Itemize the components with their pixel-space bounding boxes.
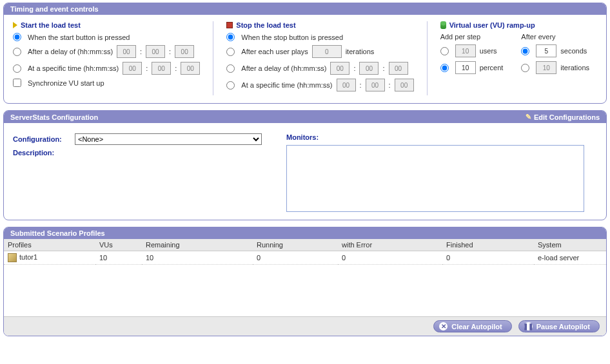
serverstats-panel-title: ServerStats Configuration	[10, 113, 98, 121]
cell-remaining: 10	[142, 251, 253, 265]
timing-panel-header: Timing and event controls	[4, 3, 606, 15]
profiles-panel-header: Submitted Scenario Profiles	[4, 227, 606, 239]
col-profiles: Profiles	[4, 239, 95, 251]
stop-opt-time-radio[interactable]	[226, 81, 235, 90]
start-time-h[interactable]	[123, 62, 142, 75]
ramp-users-value[interactable]	[455, 44, 476, 57]
pause-icon: ❚❚	[524, 322, 533, 330]
profiles-panel: Submitted Scenario Profiles Profiles VUs…	[3, 227, 607, 336]
ramp-percent-unit: percent	[480, 64, 504, 72]
stop-iter-suffix: iterations	[346, 48, 375, 55]
start-opt-delay-radio[interactable]	[13, 48, 21, 56]
stop-iter-value[interactable]	[312, 45, 342, 58]
timing-panel-title: Timing and event controls	[10, 5, 99, 13]
clear-icon: ✕	[439, 322, 448, 330]
start-opt-delay-label: After a delay of (hh:mm:ss)	[28, 48, 113, 55]
profile-icon	[8, 253, 17, 262]
config-label: Configuration:	[13, 135, 71, 143]
cell-vus: 10	[95, 251, 142, 265]
monitors-box[interactable]	[286, 145, 584, 212]
monitors-label: Monitors:	[286, 133, 319, 141]
start-sync-checkbox[interactable]	[13, 79, 21, 87]
stop-time-m[interactable]	[366, 79, 385, 91]
ramp-after-label: After every	[521, 33, 589, 41]
col-vus: VUs	[95, 239, 142, 251]
cell-error: 0	[338, 251, 442, 265]
ramp-iter-unit: iterations	[560, 64, 589, 72]
ramp-seconds-radio[interactable]	[521, 47, 529, 55]
cell-finished: 0	[442, 251, 534, 265]
play-icon	[13, 22, 17, 28]
ramp-add-label: Add per step	[440, 33, 504, 41]
stop-opt-press-label: When the stop button is pressed	[241, 34, 343, 41]
stop-delay-s[interactable]	[389, 62, 408, 75]
stop-time-h[interactable]	[337, 79, 356, 91]
col-finished: Finished	[442, 239, 534, 251]
start-title: Start the load test	[21, 21, 81, 29]
pause-autopilot-label: Pause Autopilot	[536, 323, 590, 330]
ramp-section: Virtual user (VU) ramp-up Add per step u…	[427, 21, 602, 95]
stop-delay-m[interactable]	[359, 62, 379, 75]
start-delay-s[interactable]	[175, 45, 194, 58]
stop-opt-time-label: At a specific time (hh:mm:ss)	[241, 81, 332, 89]
stop-time-s[interactable]	[395, 79, 414, 91]
start-opt-time-label: At a specific time (hh:mm:ss)	[28, 64, 119, 72]
stop-opt-delay-radio[interactable]	[226, 64, 235, 73]
start-opt-time-radio[interactable]	[13, 64, 21, 73]
col-remaining: Remaining	[142, 239, 253, 251]
col-running: Running	[253, 239, 338, 251]
stop-delay-h[interactable]	[330, 62, 349, 75]
stop-opt-delay-label: After a delay of (hh:mm:ss)	[241, 64, 326, 72]
stop-opt-iter-label: After each user plays	[241, 48, 308, 55]
stop-title: Stop the load test	[236, 21, 295, 29]
stop-opt-press-radio[interactable]	[226, 33, 235, 41]
ramp-seconds-value[interactable]	[536, 44, 556, 57]
cell-running: 0	[253, 251, 338, 265]
start-section: Start the load test When the start butto…	[13, 21, 213, 95]
stop-section: Stop the load test When the stop button …	[213, 21, 426, 95]
pencil-icon: ✎	[526, 113, 531, 121]
configuration-select[interactable]: <None>	[75, 133, 262, 145]
start-sync-label: Synchronize VU start up	[28, 79, 104, 87]
ramp-title: Virtual user (VU) ramp-up	[449, 21, 535, 29]
ramp-users-unit: users	[480, 47, 497, 55]
edit-configurations-link[interactable]: ✎ Edit Configurations	[526, 113, 600, 121]
col-system: System	[534, 239, 606, 251]
start-opt-press-label: When the start button is pressed	[28, 34, 130, 41]
edit-configurations-label: Edit Configurations	[534, 113, 600, 121]
desc-label: Description:	[13, 149, 71, 157]
table-row[interactable]: tutor1 10 10 0 0 0 e-load server	[4, 251, 606, 265]
profiles-panel-title: Submitted Scenario Profiles	[10, 229, 105, 237]
start-delay-h[interactable]	[117, 45, 136, 58]
serverstats-panel-header: ServerStats Configuration ✎ Edit Configu…	[4, 111, 606, 123]
profiles-footer: ✕ Clear Autopilot ❚❚ Pause Autopilot	[4, 316, 606, 336]
pause-autopilot-button[interactable]: ❚❚ Pause Autopilot	[518, 320, 600, 332]
serverstats-panel: ServerStats Configuration ✎ Edit Configu…	[3, 110, 607, 220]
cell-name: tutor1	[19, 253, 37, 261]
ramp-percent-radio[interactable]	[440, 64, 449, 72]
stop-icon	[226, 22, 233, 28]
clear-autopilot-label: Clear Autopilot	[451, 323, 502, 330]
vu-icon	[440, 21, 446, 29]
stop-opt-iter-radio[interactable]	[226, 48, 235, 56]
profiles-header-row: Profiles VUs Remaining Running with Erro…	[4, 239, 606, 251]
cell-system: e-load server	[534, 251, 606, 265]
start-time-m[interactable]	[152, 62, 171, 75]
ramp-iter-radio[interactable]	[521, 64, 529, 72]
profiles-table: Profiles VUs Remaining Running with Erro…	[4, 239, 606, 265]
ramp-users-radio[interactable]	[440, 47, 449, 55]
ramp-iter-value[interactable]	[536, 61, 556, 74]
col-error: with Error	[338, 239, 442, 251]
ramp-seconds-unit: seconds	[560, 47, 587, 55]
start-delay-m[interactable]	[146, 45, 165, 58]
start-time-s[interactable]	[181, 62, 200, 75]
timing-panel: Timing and event controls Start the load…	[3, 3, 607, 104]
start-opt-press-radio[interactable]	[13, 33, 21, 41]
clear-autopilot-button[interactable]: ✕ Clear Autopilot	[433, 320, 511, 332]
ramp-percent-value[interactable]	[455, 61, 476, 74]
